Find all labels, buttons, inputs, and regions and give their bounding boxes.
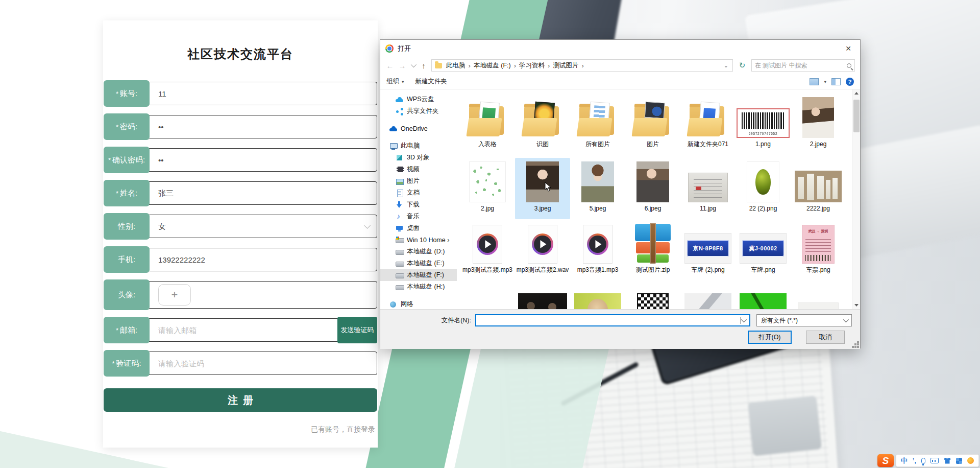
- refresh-icon[interactable]: ↻: [736, 59, 748, 72]
- file-item[interactable]: 11.jpg: [680, 158, 736, 219]
- ime-mic-icon[interactable]: [921, 458, 925, 464]
- ime-chinese-mode[interactable]: 中: [901, 457, 908, 464]
- cancel-button[interactable]: 取消: [806, 331, 845, 344]
- field-input[interactable]: [158, 359, 377, 368]
- close-icon[interactable]: ✕: [837, 40, 860, 57]
- ime-punctuation[interactable]: ’,: [913, 457, 916, 464]
- file-item[interactable]: 新建文件夹071: [680, 93, 736, 158]
- sidebar-item[interactable]: Win 10 Home ›: [380, 234, 457, 246]
- view-caret-icon[interactable]: ▾: [824, 79, 826, 84]
- file-item[interactable]: [791, 289, 846, 309]
- caret-down-icon: ▾: [402, 79, 404, 84]
- file-item[interactable]: [515, 289, 570, 309]
- sidebar-item[interactable]: 本地磁盘 (H:): [380, 281, 457, 293]
- chevron-down-icon[interactable]: [741, 317, 747, 322]
- field-label: * 账号:: [104, 80, 150, 107]
- back-icon[interactable]: ←: [385, 61, 395, 70]
- address-dropdown-icon[interactable]: ⌄: [722, 62, 730, 69]
- file-item[interactable]: 6957270747552 1.png: [736, 93, 791, 158]
- sidebar-item[interactable]: 音乐: [380, 210, 457, 222]
- dialog-titlebar[interactable]: 打开 ✕: [380, 40, 860, 57]
- file-item[interactable]: 所有图片: [570, 93, 625, 158]
- up-icon[interactable]: ↑: [419, 61, 428, 70]
- file-item[interactable]: 22 (2).png: [736, 158, 791, 219]
- new-folder-button[interactable]: 新建文件夹: [415, 77, 448, 86]
- sidebar-item[interactable]: WPS云盘: [380, 93, 457, 105]
- sidebar-item[interactable]: 下载: [380, 199, 457, 210]
- file-item[interactable]: 2.jpeg: [791, 93, 846, 158]
- view-mode-icon[interactable]: [810, 78, 819, 85]
- sidebar-item[interactable]: OneDrive: [380, 123, 457, 134]
- avatar-upload-box[interactable]: +: [158, 284, 191, 306]
- file-item[interactable]: 测试图片.zip: [625, 219, 680, 289]
- file-item[interactable]: [625, 289, 680, 309]
- sidebar-item[interactable]: 视频: [380, 163, 457, 175]
- file-item[interactable]: 5.jpeg: [570, 158, 625, 219]
- ime-toolbox-icon[interactable]: [956, 458, 962, 464]
- file-item[interactable]: 6.jpeg: [625, 158, 680, 219]
- sidebar-item[interactable]: 图片: [380, 175, 457, 187]
- breadcrumb-segment[interactable]: 测试图片: [551, 60, 580, 71]
- ime-skin-icon[interactable]: [944, 458, 951, 464]
- file-item[interactable]: [736, 289, 791, 309]
- file-item[interactable]: mp3测试音频.mp3: [460, 219, 515, 289]
- sidebar-item[interactable]: 本地磁盘 (D:): [380, 246, 457, 258]
- sidebar-item[interactable]: 3D 对象: [380, 152, 457, 163]
- breadcrumb[interactable]: 此电脑 › 本地磁盘 (F:) › 学习资料 › 测试图片 › ⌄: [431, 59, 733, 72]
- filename-input[interactable]: [479, 317, 741, 324]
- file-item[interactable]: 2.jpg: [460, 158, 515, 219]
- ime-emoji-icon[interactable]: [967, 457, 974, 464]
- history-chevron-icon[interactable]: [411, 62, 416, 67]
- file-item[interactable]: mp3测试音频2.wav: [515, 219, 570, 289]
- organize-button[interactable]: 组织 ▾: [386, 77, 404, 86]
- field-input[interactable]: [158, 255, 377, 264]
- login-link[interactable]: 已有账号，直接登录: [104, 425, 377, 434]
- scroll-up-icon[interactable]: [854, 92, 859, 95]
- sidebar-item[interactable]: 共享文件夹: [380, 105, 457, 117]
- open-button[interactable]: 打开(O): [748, 331, 792, 344]
- file-item[interactable]: mp3音频1.mp3: [570, 219, 625, 289]
- sidebar-item[interactable]: 文档: [380, 187, 457, 199]
- file-scrollbar[interactable]: [852, 89, 860, 309]
- search-input[interactable]: [755, 62, 844, 69]
- search-box[interactable]: [751, 59, 855, 72]
- file-item[interactable]: 图片: [625, 93, 680, 158]
- file-item[interactable]: [570, 289, 625, 309]
- thumbnail-graphic: [636, 161, 669, 202]
- file-name: 1.png: [755, 141, 771, 148]
- forward-icon[interactable]: →: [398, 61, 407, 70]
- sidebar-item[interactable]: 桌面: [380, 222, 457, 234]
- file-item[interactable]: 2222.jpg: [791, 158, 846, 219]
- send-code-button[interactable]: 发送验证码: [337, 317, 377, 343]
- file-type-filter[interactable]: 所有文件 (*.*): [756, 314, 852, 326]
- scrollbar-thumb[interactable]: [853, 100, 860, 132]
- sidebar-item[interactable]: 此电脑: [380, 140, 457, 152]
- field-input[interactable]: [158, 156, 377, 165]
- field-input[interactable]: [158, 123, 377, 131]
- ime-keyboard-icon[interactable]: [930, 458, 939, 463]
- breadcrumb-segment[interactable]: 本地磁盘 (F:): [472, 60, 513, 71]
- preview-pane-icon[interactable]: [831, 78, 841, 85]
- file-item[interactable]: 3.jpeg: [515, 158, 570, 219]
- register-button[interactable]: 注册: [104, 388, 377, 412]
- scroll-down-icon[interactable]: [854, 304, 859, 307]
- sidebar-item[interactable]: 本地磁盘 (E:): [380, 258, 457, 269]
- ime-s-logo[interactable]: S: [877, 454, 894, 467]
- file-item[interactable]: 识图: [515, 93, 570, 158]
- filename-combobox[interactable]: [475, 314, 750, 326]
- field-input[interactable]: [158, 89, 377, 98]
- breadcrumb-segment[interactable]: 此电脑: [444, 60, 468, 71]
- file-item[interactable]: 入表格: [460, 93, 515, 158]
- file-item[interactable]: 武汉 → 深圳 车票.png: [791, 219, 846, 289]
- file-item[interactable]: 京N·8P8F8 车牌 (2).png: [680, 219, 736, 289]
- sidebar-item-label: 本地磁盘 (D:): [407, 247, 445, 256]
- field-input[interactable]: [158, 222, 377, 231]
- field-input[interactable]: [158, 189, 377, 198]
- sidebar-item[interactable]: 本地磁盘 (F:): [380, 269, 457, 281]
- file-item[interactable]: 冀J·00002 车牌.png: [736, 219, 791, 289]
- thumbnail-graphic: [798, 302, 839, 309]
- file-item[interactable]: [680, 289, 736, 309]
- sidebar-item[interactable]: 网络: [380, 298, 457, 309]
- help-icon[interactable]: ?: [846, 78, 854, 86]
- breadcrumb-segment[interactable]: 学习资料: [517, 60, 547, 71]
